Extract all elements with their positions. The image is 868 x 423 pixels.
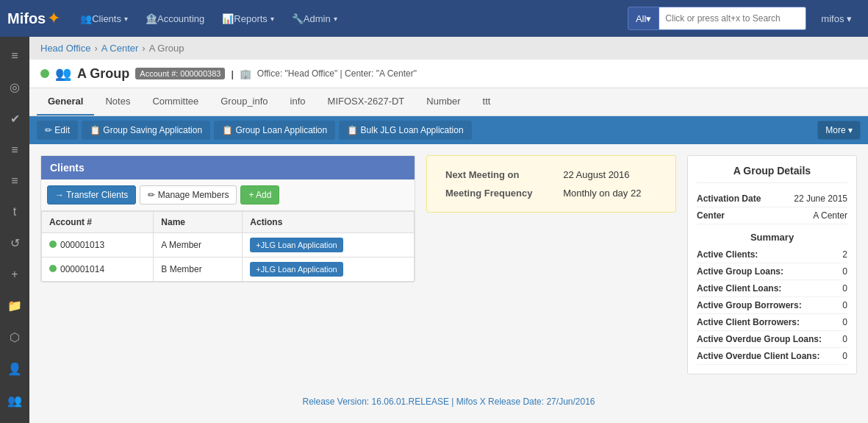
client-name: A Member bbox=[154, 233, 243, 257]
main-content: Head Office › A Center › A Group 👥 A Gro… bbox=[29, 37, 868, 418]
tab-group-info[interactable]: Group_info bbox=[209, 88, 279, 115]
nav-clients[interactable]: 👥 Clients ▾ bbox=[71, 0, 137, 37]
sidebar: ≡ ◎ ✔ ≡ ≡ t ↺ + 📁 ⬡ 👤 👥 📍 bbox=[0, 37, 29, 418]
breadcrumb: Head Office › A Center › A Group bbox=[29, 37, 868, 60]
manage-members-button[interactable]: ✏ Manage Members bbox=[140, 185, 237, 205]
meeting-table: Next Meeting on 22 August 2016 Meeting F… bbox=[438, 165, 664, 203]
group-saving-button[interactable]: 📋 Group Saving Application bbox=[82, 121, 210, 140]
summary-label: Active Client Borrowers: bbox=[697, 317, 800, 327]
summary-label: Active Overdue Group Loans: bbox=[697, 334, 822, 344]
detail-label: Center bbox=[697, 210, 725, 221]
sidebar-icon-list2[interactable]: ≡ bbox=[0, 166, 29, 196]
sidebar-icon-person[interactable]: 👤 bbox=[0, 353, 29, 385]
sidebar-icon-circle[interactable]: ◎ bbox=[0, 71, 29, 103]
breadcrumb-sep1: › bbox=[94, 43, 97, 54]
page-title: A Group bbox=[77, 66, 129, 82]
breadcrumb-head-office[interactable]: Head Office bbox=[40, 43, 90, 54]
group-details-section: A Group Details Activation Date 22 June … bbox=[687, 155, 857, 374]
admin-icon: 🔧 bbox=[292, 13, 304, 24]
accounting-icon: 🏦 bbox=[146, 13, 157, 24]
reports-caret: ▾ bbox=[270, 15, 274, 23]
summary-label: Active Group Loans: bbox=[697, 266, 783, 277]
table-row: 000001013 A Member +JLG Loan Application bbox=[42, 233, 415, 257]
footer-text: Release Version: 16.06.01.RELEASE | Mifo… bbox=[302, 397, 595, 407]
tab-committee[interactable]: Committee bbox=[141, 88, 209, 115]
summary-row: Active Group Borrowers: 0 bbox=[697, 297, 847, 314]
tab-general[interactable]: General bbox=[37, 88, 94, 115]
sidebar-icon-refresh[interactable]: ↺ bbox=[0, 227, 29, 259]
tab-ttt[interactable]: ttt bbox=[472, 88, 502, 115]
breadcrumb-a-center[interactable]: A Center bbox=[101, 43, 139, 54]
summary-label: Active Overdue Client Loans: bbox=[697, 351, 819, 361]
reports-icon: 📊 bbox=[222, 13, 234, 24]
more-button[interactable]: More ▾ bbox=[817, 121, 861, 140]
summary-value: 0 bbox=[842, 283, 847, 294]
summary-value: 0 bbox=[842, 317, 847, 327]
sidebar-icon-folder[interactable]: 📁 bbox=[0, 290, 29, 321]
client-action-cell: +JLG Loan Application bbox=[243, 233, 415, 257]
sidebar-icon-plus[interactable]: + bbox=[0, 259, 29, 290]
office-icon: 🏢 bbox=[240, 68, 251, 79]
sidebar-icon-location[interactable]: 📍 bbox=[0, 416, 29, 418]
summary-label: Active Client Loans: bbox=[697, 283, 781, 294]
clients-icon: 👥 bbox=[80, 13, 92, 24]
sidebar-icon-menu[interactable]: ≡ bbox=[0, 40, 29, 71]
page-subtitle: Office: "Head Office" | Center: "A Cente… bbox=[257, 68, 417, 79]
nav-accounting[interactable]: 🏦 Accounting bbox=[137, 0, 213, 37]
table-header-row: Account # Name Actions bbox=[42, 212, 415, 233]
meeting-section: Next Meeting on 22 August 2016 Meeting F… bbox=[426, 155, 676, 213]
clients-section: Clients → Transfer Clients ✏ Manage Memb… bbox=[40, 155, 415, 282]
user-menu[interactable]: mifos ▾ bbox=[812, 0, 861, 37]
jlg-loan-button[interactable]: +JLG Loan Application bbox=[250, 238, 342, 252]
summary-value: 0 bbox=[842, 334, 847, 344]
content-area: Clients → Transfer Clients ✏ Manage Memb… bbox=[29, 144, 868, 385]
summary-row: Active Overdue Group Loans: 0 bbox=[697, 331, 847, 348]
client-name: B Member bbox=[154, 257, 243, 282]
meeting-row: Meeting Frequency Monthly on day 22 bbox=[440, 185, 663, 202]
footer: Release Version: 16.06.01.RELEASE | Mifo… bbox=[29, 385, 868, 418]
sidebar-icon-check[interactable]: ✔ bbox=[0, 103, 29, 135]
col-name: Name bbox=[154, 212, 243, 233]
account-badge: Account #: 000000383 bbox=[135, 68, 225, 79]
sidebar-icon-list[interactable]: ≡ bbox=[0, 135, 29, 166]
meeting-label: Meeting Frequency bbox=[440, 185, 556, 202]
summary-label: Active Group Borrowers: bbox=[697, 300, 802, 310]
sidebar-icon-org[interactable]: ⬡ bbox=[0, 321, 29, 353]
breadcrumb-sep2: › bbox=[142, 43, 145, 54]
meeting-value: 22 August 2016 bbox=[557, 166, 663, 183]
tab-mifosx[interactable]: MIFOSX-2627-DT bbox=[317, 88, 416, 115]
summary-row: Active Overdue Client Loans: 0 bbox=[697, 348, 847, 365]
jlg-loan-button[interactable]: +JLG Loan Application bbox=[250, 262, 342, 277]
clients-header: Clients bbox=[41, 156, 415, 179]
summary-value: 0 bbox=[842, 351, 847, 361]
sidebar-icon-t[interactable]: t bbox=[0, 196, 29, 227]
group-loan-button[interactable]: 📋 Group Loan Application bbox=[214, 121, 335, 140]
summary-value: 0 bbox=[842, 266, 847, 277]
edit-button[interactable]: ✏ Edit bbox=[37, 121, 78, 140]
nav-reports[interactable]: 📊 Reports ▾ bbox=[213, 0, 283, 37]
search-all-button[interactable]: All▾ bbox=[628, 7, 659, 30]
tab-notes[interactable]: Notes bbox=[94, 88, 141, 115]
summary-label: Active Clients: bbox=[697, 249, 758, 260]
meeting-label: Next Meeting on bbox=[440, 166, 556, 183]
summary-title: Summary bbox=[697, 232, 847, 243]
meeting-card: Next Meeting on 22 August 2016 Meeting F… bbox=[426, 155, 676, 213]
tab-info[interactable]: info bbox=[279, 88, 317, 115]
search-input[interactable] bbox=[659, 7, 806, 30]
group-details-title: A Group Details bbox=[697, 165, 847, 183]
tab-number[interactable]: Number bbox=[415, 88, 471, 115]
summary-row: Active Clients: 2 bbox=[697, 246, 847, 263]
status-dot-active bbox=[40, 69, 49, 78]
brand-logo[interactable]: Mifos ✦ bbox=[7, 9, 60, 28]
sidebar-icon-group[interactable]: 👥 bbox=[0, 385, 29, 416]
summary-rows: Active Clients: 2 Active Group Loans: 0 … bbox=[697, 246, 847, 365]
bulk-jlg-button[interactable]: 📋 Bulk JLG Loan Application bbox=[339, 121, 471, 140]
brand-name: Mifos bbox=[7, 10, 46, 27]
nav-admin[interactable]: 🔧 Admin ▾ bbox=[283, 0, 346, 37]
add-button[interactable]: + Add bbox=[240, 185, 279, 205]
admin-caret: ▾ bbox=[334, 15, 337, 23]
page-header: 👥 A Group Account #: 000000383 | 🏢 Offic… bbox=[29, 60, 868, 88]
transfer-clients-button[interactable]: → Transfer Clients bbox=[47, 185, 136, 205]
col-account: Account # bbox=[42, 212, 154, 233]
details-rows: Activation Date 22 June 2015 Center A Ce… bbox=[697, 191, 847, 224]
